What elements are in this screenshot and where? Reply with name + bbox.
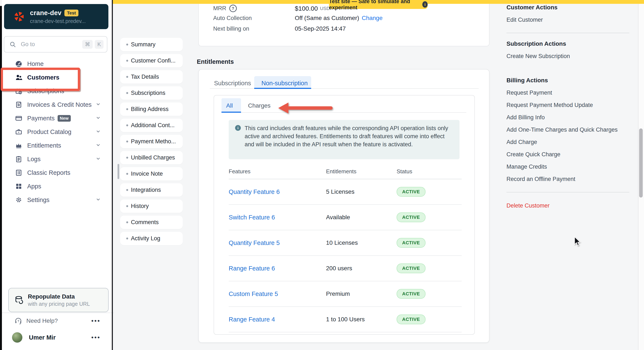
app-window: crane-dev Test crane-dev-test.predev... … — [0, 0, 644, 350]
section-nav-label: Comments — [131, 219, 159, 226]
sidebar-item-classic-reports[interactable]: Classic Reports — [4, 166, 114, 179]
delete-customer-link[interactable]: Delete Customer — [506, 202, 629, 209]
auto-collection-label: Auto Collection — [213, 15, 252, 22]
sidebar-item-entitlements[interactable]: Entitlements — [4, 139, 114, 152]
site-switcher[interactable]: crane-dev Test crane-dev-test.predev... — [4, 4, 108, 29]
inner-tab-active-underline — [222, 112, 241, 113]
section-nav-item[interactable]: Comments — [120, 216, 183, 229]
action-link[interactable]: Request Payment Method Update — [506, 101, 629, 109]
status-badge: ACTIVE — [396, 238, 426, 248]
sidebar-item-logs[interactable]: Logs — [4, 152, 114, 166]
auto-collection-change-link[interactable]: Change — [362, 15, 382, 22]
sidebar-item-settings[interactable]: Settings — [4, 193, 114, 207]
svg-text:?: ? — [18, 319, 19, 323]
user-more-menu[interactable]: ••• — [91, 334, 100, 341]
sidebar-divider — [2, 312, 114, 313]
tab-charges[interactable]: Charges — [248, 102, 270, 109]
info-icon: i — [235, 125, 241, 131]
mrr-currency: USD — [320, 6, 330, 11]
table-row: Switch Feature 6 Available ACTIVE — [229, 205, 462, 230]
action-link[interactable]: Add Billing Info — [506, 114, 629, 121]
bullet-dot-icon — [126, 108, 128, 110]
sidebar-item-product-catalog[interactable]: Product Catalog — [4, 125, 114, 139]
action-link[interactable]: Edit Customer — [506, 16, 629, 23]
repopulate-data-button[interactable]: Repopulate Data with any pricing page UR… — [8, 288, 108, 312]
feature-link[interactable]: Switch Feature 6 — [229, 214, 275, 221]
sidebar-item-apps[interactable]: Apps — [4, 179, 114, 193]
credit-card-icon — [14, 114, 24, 122]
next-billing-value: 05-Sep-2025 14:47 — [295, 25, 346, 32]
action-link[interactable]: Add Charge — [506, 138, 629, 146]
global-search[interactable]: Go to ⌘ K — [4, 36, 107, 53]
chevron-down-icon — [96, 156, 101, 162]
table-header-row: Features Entitlements Status — [229, 164, 462, 179]
action-link[interactable]: Create New Subscription — [506, 53, 629, 60]
section-nav-item[interactable]: Customer Confi... — [120, 54, 183, 67]
feature-link[interactable]: Range Feature 6 — [229, 265, 275, 272]
tab-all[interactable]: All — [226, 102, 233, 109]
info-icon[interactable]: i — [422, 1, 428, 8]
tab-subscriptions[interactable]: Subscriptions — [214, 80, 251, 87]
section-nav-item[interactable]: Subscriptions — [120, 86, 183, 100]
feature-link[interactable]: Quantity Feature 6 — [229, 188, 280, 195]
tab-non-subscription[interactable]: Non-subscription — [262, 80, 308, 87]
section-nav-label: Payment Metho... — [131, 138, 176, 145]
svg-text:$: $ — [19, 102, 20, 104]
section-nav-label: History — [131, 203, 149, 209]
section-nav-item[interactable]: Invoice Note — [120, 167, 183, 181]
sidebar-item-payments[interactable]: Payments New — [4, 111, 114, 125]
section-nav-item[interactable]: Integrations — [120, 183, 183, 197]
auto-collection-value: Off (Same as Customer) — [295, 15, 359, 22]
user-menu[interactable]: Umer Mir ••• — [4, 330, 114, 345]
sidebar-item-label: Apps — [27, 183, 41, 190]
annotation-arrow — [278, 100, 335, 116]
action-link[interactable]: Add One-Time Charges and Quick Charges — [506, 126, 629, 133]
subscription-actions-heading: Subscription Actions — [506, 40, 629, 48]
status-badge: ACTIVE — [396, 263, 426, 273]
tab-baseline — [210, 88, 479, 89]
action-link[interactable]: Manage Credits — [506, 163, 629, 170]
bullet-dot-icon — [126, 205, 128, 207]
table-row: Range Feature 6 200 users ACTIVE — [229, 256, 462, 281]
section-nav-item[interactable]: Additional Cont... — [120, 119, 183, 132]
need-help-button[interactable]: ? Need Help? ••• — [4, 314, 114, 327]
status-badge: ACTIVE — [396, 212, 426, 222]
feature-link[interactable]: Range Feature 4 — [229, 316, 275, 323]
action-link[interactable]: Create Quick Charge — [506, 151, 629, 158]
section-nav-item[interactable]: Billing Address — [120, 103, 183, 116]
section-nav-label: Billing Address — [131, 106, 168, 113]
bullet-dot-icon — [126, 141, 128, 142]
sidebar-item-label: Entitlements — [27, 142, 61, 149]
section-nav-item[interactable]: Payment Metho... — [120, 135, 183, 148]
bullet-dot-icon — [126, 221, 128, 223]
entitlement-value: Available — [326, 214, 396, 221]
apps-grid-icon — [14, 182, 24, 190]
bullet-dot-icon — [126, 92, 128, 94]
section-nav-item[interactable]: History — [120, 199, 183, 213]
speedometer-icon — [14, 60, 24, 68]
mrr-label: MRR ? — [213, 5, 295, 12]
help-more-menu[interactable]: ••• — [91, 317, 100, 324]
section-nav-item[interactable]: Tax Details — [120, 70, 183, 84]
action-link[interactable]: Request Payment — [506, 89, 629, 96]
section-nav-label: Summary — [131, 41, 156, 48]
entitlement-value: 10 Licenses — [326, 239, 396, 246]
bullet-dot-icon — [126, 237, 128, 239]
repopulate-title: Repopulate Data — [28, 293, 90, 300]
section-nav-item[interactable]: Activity Log — [120, 232, 183, 245]
panel-divider — [506, 192, 629, 192]
subnav-scrollbar-thumb[interactable] — [118, 164, 119, 179]
action-link[interactable]: Record an Offline Payment — [506, 175, 629, 183]
section-nav-item[interactable]: Summary — [120, 38, 183, 51]
feature-link[interactable]: Quantity Feature 5 — [229, 239, 280, 246]
feature-link[interactable]: Custom Feature 5 — [229, 290, 278, 297]
section-nav-item[interactable]: Unbilled Charges — [120, 151, 183, 164]
primary-sidebar: crane-dev Test crane-dev-test.predev... … — [2, 0, 112, 350]
page-scrollbar-thumb[interactable] — [639, 128, 643, 198]
help-question-icon[interactable]: ? — [229, 5, 237, 12]
sidebar-item-invoices[interactable]: $ Invoices & Credit Notes — [4, 98, 114, 111]
table-row: Custom Feature 5 Premium ACTIVE — [229, 281, 462, 307]
inner-tab-baseline — [224, 112, 466, 113]
section-nav-label: Customer Confi... — [131, 57, 176, 64]
annotation-highlight-box — [1, 68, 80, 91]
